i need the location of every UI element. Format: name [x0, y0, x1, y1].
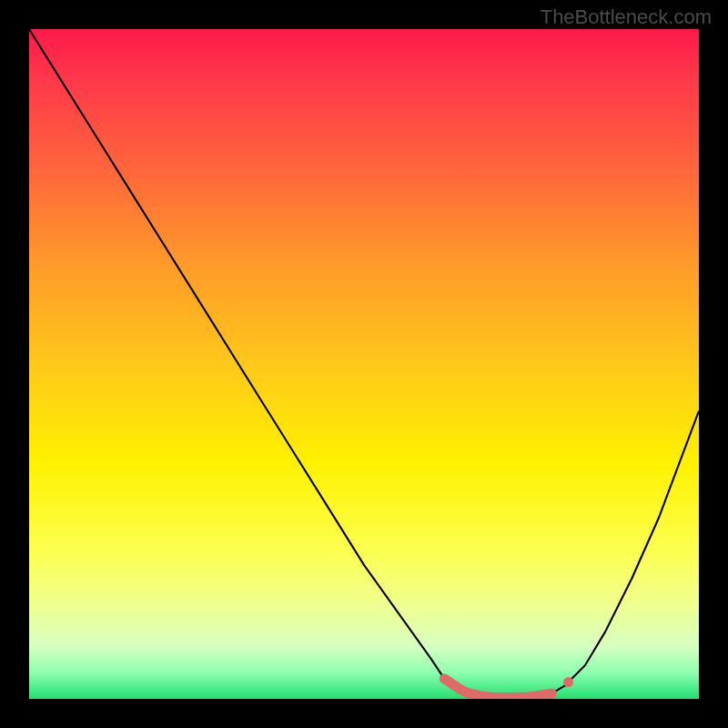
chart-plot-area — [29, 29, 699, 699]
bottleneck-curve — [29, 29, 699, 698]
optimal-highlight — [444, 679, 551, 698]
chart-svg — [29, 29, 699, 699]
optimal-highlight-end-dot — [563, 677, 573, 687]
watermark-text: TheBottleneck.com — [541, 5, 712, 29]
